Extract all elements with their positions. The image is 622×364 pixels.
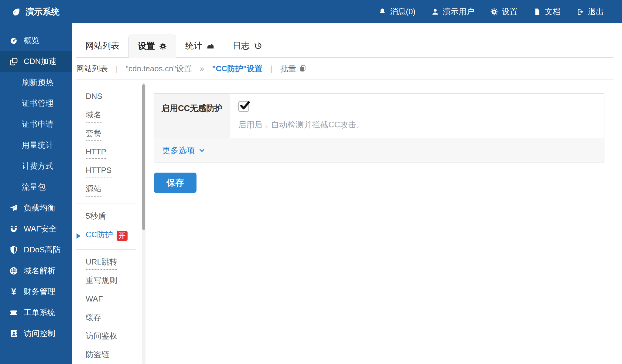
submenu-item-domain[interactable]: 域名 xyxy=(86,107,140,125)
sidebar-item-refresh-preheat[interactable]: 刷新预热 xyxy=(0,72,72,93)
sidebar-item-overview[interactable]: 概览 xyxy=(0,30,72,51)
yen-icon: ¥ xyxy=(9,287,18,296)
submenu-scrollbar-thumb[interactable] xyxy=(142,84,145,230)
area-chart-icon xyxy=(207,42,214,50)
sidebar-item-label: 负载均衡 xyxy=(24,203,55,213)
sidebar-item-label: CDN加速 xyxy=(24,56,56,67)
sidebar-item-label: 刷新预热 xyxy=(22,77,53,88)
tab-settings[interactable]: 设置 xyxy=(128,35,176,58)
user-icon xyxy=(431,8,439,16)
topnav-logout[interactable]: 退出 xyxy=(576,6,604,17)
sidebar-item-dns-resolution[interactable]: 域名解析 xyxy=(0,260,72,281)
sidebar-item-waf-security[interactable]: WAF安全 xyxy=(0,218,72,239)
gear-icon xyxy=(490,8,498,16)
topnav: 消息(0) 演示用户 xyxy=(378,6,622,17)
topbar: 演示系统 消息(0) 演示用户 xyxy=(0,0,622,23)
submenu-item-auth[interactable]: 访问鉴权 xyxy=(86,328,140,346)
topnav-docs[interactable]: 文档 xyxy=(533,6,561,17)
submenu-item-waf[interactable]: WAF xyxy=(86,291,140,309)
topnav-label: 退出 xyxy=(588,6,604,17)
batch-label: 批量 xyxy=(280,63,296,74)
sidebar-item-label: 工单系统 xyxy=(24,307,55,318)
sidebar-item-ticket-system[interactable]: 工单系统 xyxy=(0,302,72,323)
topnav-label: 演示用户 xyxy=(443,6,474,17)
submenu-item-hotlink[interactable]: 防盗链 xyxy=(86,346,140,364)
breadcrumb-site-setting[interactable]: "cdn.teaos.cn"设置 xyxy=(126,63,192,74)
sidebar-item-cert-management[interactable]: 证书管理 xyxy=(0,93,72,114)
tab-stats[interactable]: 统计 xyxy=(176,34,224,57)
sidebar-item-label: 流量包 xyxy=(22,182,46,192)
submenu-item-plan[interactable]: 套餐 xyxy=(86,125,140,144)
paper-plane-icon xyxy=(9,204,18,212)
sign-out-icon xyxy=(576,8,584,16)
sidebar: 概览 CDN加速 刷新预热 证书管理 证书申请 用量统计 计费方式 流量包 负载… xyxy=(0,23,72,364)
submenu-item-http[interactable]: HTTP xyxy=(86,144,140,162)
more-options-link[interactable]: 更多选项 xyxy=(162,145,205,156)
sidebar-item-label: 域名解析 xyxy=(24,265,55,276)
submenu-item-cc-protect[interactable]: CC防护 开 xyxy=(86,227,140,245)
sidebar-item-label: WAF安全 xyxy=(24,224,57,234)
file-icon xyxy=(533,8,541,16)
cc-enable-help: 启用后，自动检测并拦截CC攻击。 xyxy=(238,119,604,130)
topnav-user[interactable]: 演示用户 xyxy=(431,6,474,17)
sidebar-item-traffic-package[interactable]: 流量包 xyxy=(0,177,72,197)
sidebar-item-finance[interactable]: ¥ 财务管理 xyxy=(0,281,72,302)
magnet-icon xyxy=(9,225,18,233)
sidebar-item-label: 证书管理 xyxy=(22,98,53,109)
sidebar-item-label: 访问控制 xyxy=(24,328,55,339)
sidebar-item-access-control[interactable]: 访问控制 xyxy=(0,323,72,344)
sidebar-item-label: 财务管理 xyxy=(24,286,55,297)
sidebar-item-label: 概览 xyxy=(24,35,39,46)
sidebar-item-usage-stats[interactable]: 用量统计 xyxy=(0,135,72,156)
sidebar-item-load-balancer[interactable]: 负载均衡 xyxy=(0,197,72,218)
brand[interactable]: 演示系统 xyxy=(0,6,60,18)
chevron-down-icon xyxy=(199,147,205,154)
sidebar-item-label: 计费方式 xyxy=(22,161,53,171)
tab-label: 日志 xyxy=(233,40,250,52)
submenu-divider xyxy=(76,204,136,204)
ticket-icon xyxy=(9,308,18,317)
cc-enable-row: 启用CC无感防护 启用后，自动检测并拦截CC攻击。 xyxy=(154,94,604,138)
shield-icon xyxy=(9,246,18,254)
topnav-settings[interactable]: 设置 xyxy=(490,6,518,17)
brand-title: 演示系统 xyxy=(26,6,60,18)
gear-icon xyxy=(159,42,167,50)
sidebar-item-ddos[interactable]: DDoS高防 xyxy=(0,239,72,260)
breadcrumb-current[interactable]: "CC防护"设置 xyxy=(212,63,262,74)
tab-logs[interactable]: 日志 xyxy=(224,34,271,57)
submenu-item-https[interactable]: HTTPS xyxy=(86,162,140,181)
sidebar-item-cert-apply[interactable]: 证书申请 xyxy=(0,114,72,135)
topnav-messages[interactable]: 消息(0) xyxy=(378,6,415,17)
main-content: 网站列表 设置 xyxy=(72,23,622,364)
sidebar-item-label: DDoS高防 xyxy=(24,244,60,255)
submenu-item-rewrite-rules[interactable]: 重写规则 xyxy=(86,272,140,291)
breadcrumb-site-list[interactable]: 网站列表 xyxy=(76,63,108,74)
submenu-item-dns[interactable]: DNS xyxy=(86,88,140,107)
save-button[interactable]: 保存 xyxy=(154,173,197,193)
settings-submenu: DNS 域名 套餐 HTTP HTTPS 源站 5秒盾 xyxy=(86,88,140,364)
breadcrumb-separator: | xyxy=(270,64,272,73)
bell-icon xyxy=(378,8,386,16)
breadcrumb: 网站列表 | "cdn.teaos.cn"设置 » "CC防护"设置 | 批量 xyxy=(76,58,613,79)
clone-icon xyxy=(9,57,18,66)
breadcrumb-batch[interactable]: 批量 xyxy=(280,63,306,74)
dashboard-icon xyxy=(9,36,18,45)
submenu-scrollbar-track[interactable] xyxy=(142,83,145,364)
cc-protect-form: 启用CC无感防护 启用后，自动检测并拦截CC攻击。 更多选项 xyxy=(154,93,604,193)
submenu-item-5s-shield[interactable]: 5秒盾 xyxy=(86,208,140,227)
submenu-item-url-redirect[interactable]: URL跳转 xyxy=(86,254,140,272)
tab-site-list[interactable]: 网站列表 xyxy=(76,34,128,57)
topnav-label: 消息(0) xyxy=(390,6,415,17)
tab-label: 网站列表 xyxy=(85,40,119,52)
cc-enable-content: 启用后，自动检测并拦截CC攻击。 xyxy=(230,94,604,138)
submenu-item-origin[interactable]: 源站 xyxy=(86,181,140,199)
sidebar-item-billing[interactable]: 计费方式 xyxy=(0,156,72,177)
history-icon xyxy=(254,42,262,50)
sidebar-item-label: 证书申请 xyxy=(22,119,53,130)
submenu-item-cache[interactable]: 缓存 xyxy=(86,309,140,328)
submenu-divider xyxy=(76,249,136,250)
sidebar-item-label: 用量统计 xyxy=(22,140,53,150)
globe-icon xyxy=(9,267,18,275)
cc-enable-checkbox[interactable] xyxy=(238,101,249,112)
sidebar-item-cdn[interactable]: CDN加速 xyxy=(0,51,72,72)
